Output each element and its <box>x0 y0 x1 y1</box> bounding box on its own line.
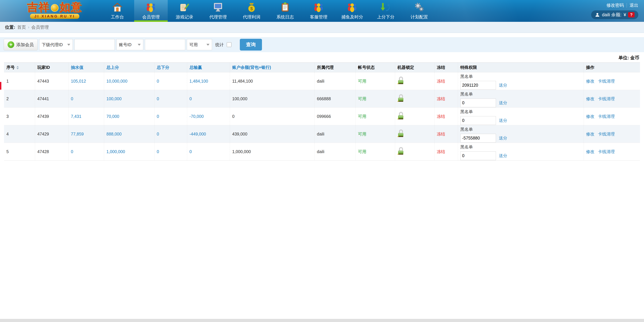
total-up-link[interactable]: 1,000,000 <box>106 149 125 154</box>
sort-icon[interactable] <box>16 66 19 69</box>
account-id-input[interactable] <box>145 39 185 50</box>
query-button[interactable]: 查询 <box>240 39 262 51</box>
col-index[interactable]: 序号 <box>4 63 35 72</box>
account-id-select[interactable]: 账号ID <box>116 39 143 50</box>
balance-badge[interactable]: ? <box>628 12 634 18</box>
table-row: 5 47428 0 1,000,000 0 0 1,000,000 daili … <box>4 143 640 160</box>
blacklist-input[interactable] <box>460 151 496 160</box>
cell-index: 2 <box>4 90 35 108</box>
total-winloss-link[interactable]: -70,000 <box>190 114 204 119</box>
unlock-icon[interactable] <box>398 76 405 86</box>
cell-player-id: 47443 <box>35 72 68 90</box>
clear-line-link[interactable]: 卡线清理 <box>598 132 615 136</box>
status-select[interactable]: 可用 <box>187 39 212 50</box>
edit-link[interactable]: 修改 <box>586 114 594 119</box>
nav-item-system-logs[interactable]: 系统日志 <box>268 0 302 22</box>
cell-agent: 666888 <box>314 90 356 108</box>
cell-player-id: 47439 <box>35 108 68 125</box>
total-winloss-link[interactable]: -449,000 <box>190 132 206 136</box>
blacklist-input[interactable] <box>460 134 496 143</box>
blacklist-input[interactable] <box>460 81 496 90</box>
total-winloss-link[interactable]: 0 <box>190 149 192 154</box>
rake-link[interactable]: 0 <box>71 96 73 101</box>
edit-link[interactable]: 修改 <box>586 79 594 83</box>
nav-item-game-records[interactable]: 游戏记录 <box>168 0 201 22</box>
blacklist-input[interactable] <box>460 116 496 125</box>
unlock-icon[interactable] <box>398 147 405 157</box>
col-agent: 所属代理 <box>314 63 356 72</box>
unlock-icon[interactable] <box>398 94 405 104</box>
freeze-link[interactable]: 冻结 <box>437 79 445 83</box>
edit-link[interactable]: 修改 <box>586 149 594 154</box>
send-points-link[interactable]: 送分 <box>499 135 507 141</box>
freeze-link[interactable]: 冻结 <box>437 149 445 154</box>
total-down-link[interactable]: 0 <box>157 132 159 136</box>
nav-label: 客服管理 <box>310 14 327 20</box>
col-special-perms: 特殊权限 <box>458 63 584 72</box>
change-password-link[interactable]: 修改密码 <box>606 2 624 8</box>
send-points-link[interactable]: 送分 <box>499 118 507 123</box>
stats-label: 统计 <box>215 42 224 48</box>
send-points-link[interactable]: 送分 <box>499 100 507 106</box>
total-up-link[interactable]: 10,000,000 <box>106 79 128 83</box>
total-up-link[interactable]: 888,000 <box>106 132 122 136</box>
clear-line-link[interactable]: 卡线清理 <box>598 96 615 101</box>
col-total-winloss[interactable]: 总输赢 <box>187 63 230 72</box>
unlock-icon[interactable] <box>398 129 405 139</box>
col-total-up[interactable]: 总上分 <box>104 63 154 72</box>
col-rake[interactable]: 抽水值 <box>68 63 104 72</box>
clear-line-link[interactable]: 卡线清理 <box>598 149 615 154</box>
total-down-link[interactable]: 0 <box>157 114 159 119</box>
col-player-id: 玩家ID <box>35 63 68 72</box>
user-balance-pill: daili 余额: ¥ ? <box>591 11 638 19</box>
freeze-link[interactable]: 冻结 <box>437 132 445 136</box>
rake-link[interactable]: 0 <box>71 149 73 154</box>
logout-link[interactable]: 退出 <box>630 2 638 8</box>
blacklist-label: 黑名单 <box>460 91 584 97</box>
edit-link[interactable]: 修改 <box>586 132 594 136</box>
agent-id-select[interactable]: 下级代理ID <box>39 39 73 50</box>
nav-item-agent-management[interactable]: 代理管理 <box>201 0 235 22</box>
rake-link[interactable]: 105,012 <box>71 79 86 83</box>
clear-line-link[interactable]: 卡线清理 <box>598 79 615 83</box>
nav-item-member-management[interactable]: 会员管理 <box>134 0 168 22</box>
bottom-scroll-strip[interactable] <box>0 319 644 322</box>
total-down-link[interactable]: 0 <box>157 149 159 154</box>
cell-player-id: 47429 <box>35 125 68 143</box>
main-content: + 添加会员 下级代理ID 账号ID 可用 统计 查询 单位: 金币 序号 <box>0 37 644 322</box>
blacklist-input[interactable] <box>460 99 496 107</box>
total-winloss-link[interactable]: 1,484,100 <box>190 79 208 83</box>
nav-item-fishing-points[interactable]: 捕鱼及时分 <box>336 0 369 22</box>
breadcrumb-home-link[interactable]: 首页 <box>17 24 26 30</box>
status-text: 可用 <box>358 132 366 136</box>
nav-item-plan-config[interactable]: 计划配置 <box>402 0 436 22</box>
topbar-links: 修改密码 退出 <box>606 2 638 8</box>
total-up-link[interactable]: 70,000 <box>106 114 119 119</box>
total-down-link[interactable]: 0 <box>157 79 159 83</box>
edit-link[interactable]: 修改 <box>586 96 594 101</box>
stats-checkbox[interactable] <box>227 42 232 47</box>
total-down-link[interactable]: 0 <box>157 96 159 101</box>
nav-item-points-up-down[interactable]: 上分下分 <box>369 0 402 22</box>
rake-link[interactable]: 7,431 <box>71 114 82 119</box>
table-header-row: 序号 玩家ID 抽水值 总上分 总下分 总输赢 账户余额(背包+银行) 所属代理… <box>4 63 640 72</box>
send-points-link[interactable]: 送分 <box>499 82 507 88</box>
total-up-link[interactable]: 100,000 <box>106 96 122 101</box>
send-points-link[interactable]: 送分 <box>499 153 507 158</box>
agent-id-input[interactable] <box>74 39 115 50</box>
table-row: 2 47441 0 100,000 0 0 100,000 666888 可用 … <box>4 90 640 108</box>
nav-item-customer-service[interactable]: 客服管理 <box>302 0 336 22</box>
nav-item-agent-profit[interactable]: $ 代理利润 <box>235 0 268 22</box>
freeze-link[interactable]: 冻结 <box>437 114 445 119</box>
col-balance[interactable]: 账户余额(背包+银行) <box>230 63 314 72</box>
nav-item-workbench[interactable]: 工作台 <box>100 0 134 22</box>
freeze-link[interactable]: 冻结 <box>437 96 445 101</box>
main-nav: 工作台 会员管理 游戏记录 代理管理 $ 代理利润 系统日志 客服管理 捕鱼及时 <box>100 0 436 22</box>
clear-line-link[interactable]: 卡线清理 <box>598 114 615 119</box>
add-member-button[interactable]: + 添加会员 <box>4 39 38 50</box>
total-winloss-link[interactable]: 0 <box>190 96 192 101</box>
cell-index: 3 <box>4 108 35 125</box>
col-total-down[interactable]: 总下分 <box>154 63 187 72</box>
rake-link[interactable]: 77,859 <box>71 132 84 136</box>
unlock-icon[interactable] <box>398 111 405 121</box>
